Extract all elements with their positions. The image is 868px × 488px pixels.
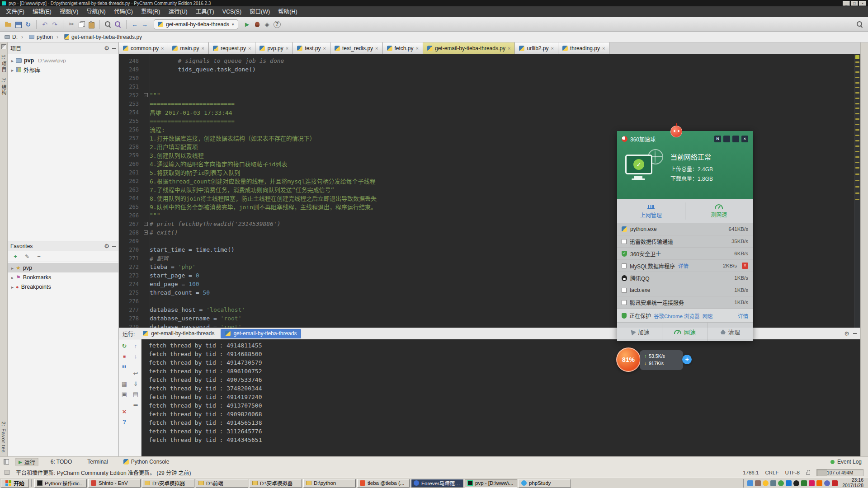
tool-stripe-button-2[interactable]: 7: 结构 [0,78,7,95]
project-tree-row[interactable]: 外部库 [8,65,118,75]
caret-position[interactable]: 1786:1 [743,470,759,475]
close-tab-icon[interactable] [551,45,554,52]
tool-window-button-4[interactable]: Python Console [120,458,173,465]
memory-indicator[interactable]: 107 of 494M [816,469,863,476]
favorites-tree[interactable]: pvpBookmarksBreakpoints [8,262,118,456]
chevron-right-icon[interactable] [11,284,14,290]
close-tab-icon[interactable] [323,45,326,52]
forward-icon[interactable] [140,20,149,29]
hide-panel-icon[interactable] [112,246,116,247]
tool-window-button-3[interactable]: Terminal [84,458,111,465]
hide-panel-icon[interactable] [853,333,857,334]
find-icon[interactable] [104,20,113,29]
close-button[interactable]: × [859,1,866,6]
edit-icon[interactable] [24,253,30,260]
chevron-right-icon[interactable] [11,67,14,73]
favorites-row[interactable]: Bookmarks [8,272,118,282]
editor-tab[interactable]: common.py [119,42,168,54]
editor-tab[interactable]: get-email-by-tieba-threads.py [423,42,515,54]
up-stack-icon[interactable] [131,342,140,350]
tab-network-manage[interactable]: 上网管理 [617,199,685,223]
favorites-row[interactable]: Breakpoints [8,282,118,291]
favorites-row[interactable]: pvp [8,263,118,272]
menu-item-7[interactable]: 运行(U) [164,6,191,17]
gear-icon[interactable] [104,45,109,52]
editor-tab[interactable]: test.py [293,42,330,54]
n-badge-icon[interactable]: N [714,136,721,142]
chrome-browser-link[interactable]: 谷歌Chrome 浏览器 [654,312,700,319]
hide-panel-icon[interactable] [112,48,116,49]
tray-wechat-icon[interactable] [801,480,807,486]
tray-360-icon[interactable] [778,480,784,486]
menu-item-9[interactable]: VCS(S) [218,6,245,17]
editor-tab[interactable]: request.py [209,42,255,54]
fold-icon[interactable] [144,230,148,235]
breadcrumb-item-2[interactable]: python [18,34,53,40]
down-stack-icon[interactable] [131,352,140,360]
inspection-indicator-icon[interactable] [855,55,859,59]
menu-item-4[interactable]: 导航(N) [82,6,109,17]
sync-icon[interactable] [24,20,33,29]
project-tree[interactable]: pvpD:\www\pvp外部库 [8,54,118,241]
close-tab-icon[interactable] [508,45,510,52]
taskbar-button-3[interactable]: D:\安卓模拟器 [142,479,194,488]
menu-item-11[interactable]: 帮助(H) [274,6,301,17]
taskbar-clock[interactable]: 23:16 2017/1/28 [842,478,863,488]
debug-icon[interactable] [253,20,262,29]
taskbar-button-7[interactable]: tieba @tieba (... [357,479,410,488]
restore-layout-icon[interactable] [120,380,129,388]
tab-speed-test[interactable]: 测网速 [685,199,753,223]
detail-link[interactable]: 详情 [738,312,748,319]
scroll-end-icon[interactable] [131,380,140,388]
softwrap-icon[interactable] [131,369,140,377]
encoding-indicator[interactable]: UTF-8 [785,470,800,475]
event-log-button[interactable]: Event Log [830,459,862,465]
tool-windows-icon[interactable] [1,44,6,49]
checkbox-icon[interactable] [622,288,627,293]
search-icon[interactable] [855,20,864,29]
gear-icon[interactable] [844,329,849,338]
boost-button[interactable]: 加速 [617,323,662,341]
line-separator-indicator[interactable]: CRLF [765,470,778,475]
menu-item-6[interactable]: 重构(R) [137,6,164,17]
help-icon[interactable] [273,20,282,29]
maximize-button[interactable]: □ [851,1,858,6]
netspeed-link[interactable]: 网速 [703,312,713,319]
close-tab-icon[interactable] [161,45,164,52]
tray-update-icon[interactable] [824,480,830,486]
chevron-right-icon[interactable] [11,57,14,64]
gear-icon[interactable] [104,243,109,249]
clean-button[interactable]: 清理 [708,323,753,341]
project-tree-row[interactable]: pvpD:\www\pvp [8,56,118,65]
history-icon[interactable] [120,390,129,398]
close-icon[interactable]: × [741,136,748,142]
editor-tab[interactable]: urllib2.py [515,42,558,54]
cut-icon[interactable] [67,20,76,29]
start-button[interactable]: 开始 [1,479,29,488]
menu-item-1[interactable]: 文件(F) [2,6,28,17]
checkbox-icon[interactable] [622,239,627,244]
run-icon[interactable] [243,20,252,29]
checkbox-icon[interactable] [622,263,627,268]
back-icon[interactable] [130,20,139,29]
tray-sound-icon[interactable] [763,480,769,486]
paste-icon[interactable] [87,20,96,29]
tray-usb-icon[interactable] [755,480,761,486]
remove-icon[interactable] [36,253,42,260]
tray-input-icon[interactable] [809,480,815,486]
menu-item-8[interactable]: 工具(T) [192,6,218,17]
breadcrumb-item-1[interactable]: D: [5,34,18,40]
taskbar-button-1[interactable]: Python:操作dic... [34,479,87,488]
close-icon[interactable] [120,407,129,415]
close-process-icon[interactable] [742,263,748,269]
tray-power-icon[interactable] [832,480,838,486]
coverage-icon[interactable] [263,20,272,29]
fold-icon[interactable] [144,222,148,226]
menu-item-10[interactable]: 窗口(W) [245,6,274,17]
mascot-ball-icon[interactable] [670,126,682,137]
save-icon[interactable] [14,20,23,29]
tray-network-icon[interactable] [770,480,776,486]
run-tab[interactable]: get-email-by-tieba-threads [221,329,301,338]
tray-qq-icon[interactable] [793,480,799,486]
chevron-right-icon[interactable] [11,274,14,281]
